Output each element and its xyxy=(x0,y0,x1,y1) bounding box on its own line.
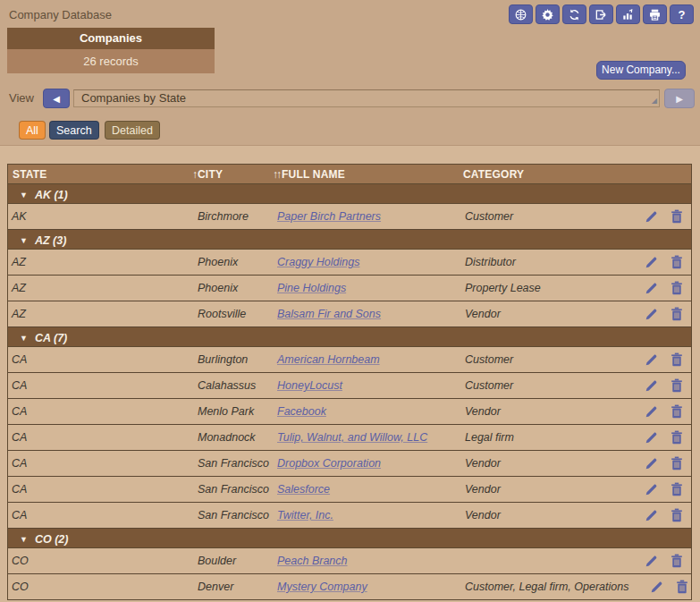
company-link[interactable]: Dropbox Corporation xyxy=(277,457,465,470)
edit-pencil-icon[interactable] xyxy=(645,308,658,321)
cell-city: San Francisco xyxy=(198,483,277,496)
company-link[interactable]: Mystery Company xyxy=(277,581,465,593)
cell-city: San Francisco xyxy=(198,457,277,470)
edit-pencil-icon[interactable] xyxy=(645,256,658,269)
row-actions xyxy=(628,580,696,594)
cell-city: Menlo Park xyxy=(198,405,277,418)
cell-state: CA xyxy=(12,353,198,366)
company-link[interactable]: Craggy Holdings xyxy=(277,256,465,268)
new-company-button[interactable]: New Company... xyxy=(596,61,686,80)
edit-pencil-icon[interactable] xyxy=(650,581,663,594)
company-link[interactable]: Tulip, Walnut, and Willow, LLC xyxy=(277,431,465,444)
edit-pencil-icon[interactable] xyxy=(645,353,658,367)
cell-city: Birchmore xyxy=(198,210,277,223)
row-actions xyxy=(623,209,691,224)
filter-button-all[interactable]: All xyxy=(19,121,46,140)
cell-category: Customer xyxy=(465,379,623,392)
group-header-az[interactable]: ▼AZ (3) xyxy=(8,230,691,250)
company-link[interactable]: Peach Branch xyxy=(277,555,465,567)
previous-view-button[interactable]: ◀ xyxy=(43,89,70,108)
delete-trash-icon[interactable] xyxy=(670,482,683,496)
company-link[interactable]: Paper Birch Partners xyxy=(277,210,465,223)
cell-state: CA xyxy=(12,457,198,470)
tab-companies[interactable]: Companies xyxy=(7,28,215,49)
edit-pencil-icon[interactable] xyxy=(645,405,658,419)
column-header-state[interactable]: STATE xyxy=(13,165,47,184)
cell-category: Customer xyxy=(465,353,623,366)
delete-trash-icon[interactable] xyxy=(670,404,683,419)
company-link[interactable]: Twitter, Inc. xyxy=(277,509,465,521)
sort-arrow-icon: ↑↑ xyxy=(273,168,280,181)
edit-pencil-icon[interactable] xyxy=(645,509,658,522)
refresh-button[interactable] xyxy=(562,4,586,24)
view-select[interactable]: Companies by State ◢ xyxy=(73,89,660,107)
table-row: CASan FranciscoDropbox CorporationVendor xyxy=(8,451,691,477)
company-link[interactable]: HoneyLocust xyxy=(277,379,465,392)
delete-trash-icon[interactable] xyxy=(670,209,683,224)
table-row: CAMenlo ParkFacebookVendor xyxy=(8,399,691,425)
cell-category: Customer xyxy=(465,210,623,223)
sort-arrow-icon: ↑ xyxy=(192,168,196,181)
record-count: 26 records xyxy=(7,49,215,73)
cell-category: Vendor xyxy=(465,405,623,418)
next-view-button[interactable]: ▶ xyxy=(664,89,695,108)
row-actions xyxy=(623,378,691,393)
delete-trash-icon[interactable] xyxy=(670,378,683,393)
company-link[interactable]: Salesforce xyxy=(277,483,465,496)
company-link[interactable]: American Hornbeam xyxy=(277,353,465,366)
company-link[interactable]: Balsam Fir and Sons xyxy=(277,308,465,320)
print-button[interactable] xyxy=(643,4,667,24)
delete-trash-icon[interactable] xyxy=(670,508,683,522)
delete-trash-icon[interactable] xyxy=(670,307,683,321)
help-button[interactable]: ? xyxy=(670,4,694,24)
edit-pencil-icon[interactable] xyxy=(645,483,658,496)
cell-state: AZ xyxy=(12,256,198,268)
export-button[interactable] xyxy=(589,4,613,24)
edit-pencil-icon[interactable] xyxy=(645,457,658,471)
group-header-ca[interactable]: ▼CA (7) xyxy=(8,327,691,347)
row-actions xyxy=(623,508,691,522)
column-header-category[interactable]: CATEGORY xyxy=(463,165,524,184)
delete-trash-icon[interactable] xyxy=(670,430,683,445)
table-row: CASan FranciscoTwitter, Inc.Vendor xyxy=(8,503,691,529)
delete-trash-icon[interactable] xyxy=(670,456,683,471)
company-link[interactable]: Facebook xyxy=(277,405,465,418)
cell-city: Boulder xyxy=(198,555,277,567)
edit-pencil-icon[interactable] xyxy=(645,210,658,224)
delete-trash-icon[interactable] xyxy=(670,352,683,367)
globe-icon xyxy=(514,8,527,21)
filter-button-search[interactable]: Search xyxy=(49,121,99,140)
chart-button[interactable] xyxy=(616,4,640,24)
arrow-right-icon: ▶ xyxy=(676,94,683,104)
page-title: Company Database xyxy=(9,8,112,21)
collapse-arrow-icon: ▼ xyxy=(20,191,28,199)
cell-city: Rootsville xyxy=(198,308,277,320)
company-link[interactable]: Pine Holdings xyxy=(277,282,465,294)
column-header-full-name[interactable]: ↑↑FULL NAME xyxy=(273,165,345,184)
group-header-ak[interactable]: ▼AK (1) xyxy=(8,184,691,204)
group-header-co[interactable]: ▼CO (2) xyxy=(8,529,691,548)
view-bar: View ◀ Companies by State ◢ ▶ xyxy=(0,89,700,108)
refresh-icon xyxy=(568,8,581,21)
settings-button[interactable] xyxy=(536,4,560,24)
delete-trash-icon[interactable] xyxy=(676,580,688,594)
delete-trash-icon[interactable] xyxy=(670,281,683,295)
filter-button-detailed[interactable]: Detailed xyxy=(105,121,160,140)
cell-city: Denver xyxy=(198,581,277,593)
delete-trash-icon[interactable] xyxy=(670,255,683,269)
edit-pencil-icon[interactable] xyxy=(645,431,658,445)
edit-pencil-icon[interactable] xyxy=(645,282,658,295)
table-row: CASan FranciscoSalesforceVendor xyxy=(8,477,691,503)
column-header-city[interactable]: ↑CITY xyxy=(192,165,223,184)
view-select-value: Companies by State xyxy=(81,91,186,105)
row-actions xyxy=(623,554,691,568)
cell-city: Monadnock xyxy=(198,431,277,444)
globe-button[interactable] xyxy=(509,4,533,24)
row-actions xyxy=(623,456,691,471)
edit-pencil-icon[interactable] xyxy=(645,555,658,568)
cell-state: CA xyxy=(12,509,198,521)
view-label: View xyxy=(9,91,34,105)
edit-pencil-icon[interactable] xyxy=(645,379,658,393)
delete-trash-icon[interactable] xyxy=(670,554,683,568)
table-row: AZRootsvilleBalsam Fir and SonsVendor xyxy=(8,301,691,327)
